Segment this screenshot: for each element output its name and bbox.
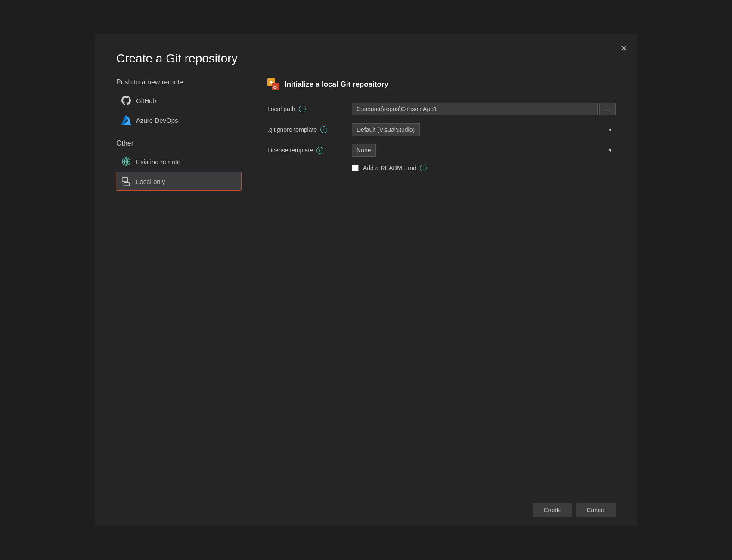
local-icon: [121, 177, 131, 186]
readme-row: Add a README.md i: [267, 165, 616, 171]
local-path-row: Local path i ...: [267, 103, 616, 115]
push-section-title: Push to a new remote: [116, 78, 241, 86]
sidebar-item-azure[interactable]: Azure DevOps: [116, 111, 241, 129]
license-select-wrapper: None: [352, 144, 616, 157]
create-button[interactable]: Create: [533, 503, 572, 517]
local-path-control: ...: [352, 103, 616, 115]
license-info-icon[interactable]: i: [316, 147, 323, 154]
cancel-button[interactable]: Cancel: [576, 503, 616, 517]
readme-info-icon[interactable]: i: [420, 165, 427, 171]
gitignore-control: Default (VisualStudio): [352, 123, 616, 136]
license-label: License template i: [267, 147, 345, 154]
gitignore-label: .gitignore template i: [267, 126, 345, 133]
gitignore-row: .gitignore template i Default (VisualStu…: [267, 123, 616, 136]
svg-text:◇: ◇: [273, 84, 277, 90]
readme-checkbox[interactable]: [352, 165, 359, 171]
main-section-title: Initialize a local Git repository: [285, 80, 388, 89]
sidebar: Push to a new remote GitHub Azure DevOps…: [116, 78, 254, 495]
svg-rect-4: [122, 178, 128, 182]
sidebar-item-github[interactable]: GitHub: [116, 91, 241, 109]
globe-icon: [121, 157, 131, 166]
local-only-label: Local only: [136, 178, 165, 185]
close-button[interactable]: ✕: [617, 41, 630, 55]
license-control: None: [352, 144, 616, 157]
create-git-repo-dialog: ✕ Create a Git repository Push to a new …: [95, 34, 637, 526]
dialog-body: Push to a new remote GitHub Azure DevOps…: [95, 78, 637, 495]
local-path-input[interactable]: [352, 103, 598, 115]
readme-label: Add a README.md i: [363, 165, 427, 171]
other-section-title: Other: [116, 140, 241, 147]
gitignore-info-icon[interactable]: i: [320, 126, 327, 133]
gitignore-select-wrapper: Default (VisualStudio): [352, 123, 616, 136]
main-content: ✦ ◇ Initialize a local Git repository Lo…: [254, 78, 616, 495]
local-path-label: Local path i: [267, 106, 345, 112]
github-label: GitHub: [136, 97, 156, 104]
license-select[interactable]: None: [352, 144, 376, 157]
github-icon: [121, 96, 131, 105]
svg-rect-5: [124, 183, 130, 186]
license-row: License template i None: [267, 144, 616, 157]
sidebar-item-existing-remote[interactable]: Existing remote: [116, 152, 241, 171]
azure-label: Azure DevOps: [136, 117, 178, 124]
main-header: ✦ ◇ Initialize a local Git repository: [267, 78, 616, 90]
dialog-title: Create a Git repository: [95, 34, 637, 78]
dialog-footer: Create Cancel: [95, 495, 637, 526]
local-path-info-icon[interactable]: i: [299, 106, 306, 112]
sidebar-item-local-only[interactable]: Local only: [116, 172, 241, 190]
git-vs-icon: ✦ ◇: [267, 78, 279, 90]
azure-icon: [121, 115, 131, 125]
gitignore-select[interactable]: Default (VisualStudio): [352, 123, 420, 136]
existing-remote-label: Existing remote: [136, 158, 180, 165]
browse-button[interactable]: ...: [599, 103, 616, 115]
